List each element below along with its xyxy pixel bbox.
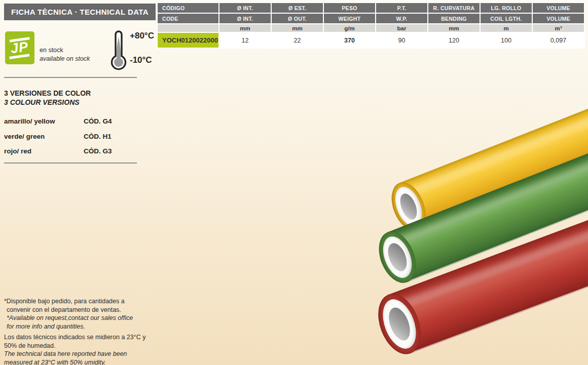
header-diam-int-en: Ø INT. [219, 14, 271, 23]
header-codigo: CÓDIGO [158, 3, 218, 13]
stock-text-en: available on stock [40, 55, 90, 63]
value-weight: 370 [324, 33, 375, 48]
colour-version-green: verde/ green CÓD. H1 [4, 133, 137, 140]
footnote-availability-en-line2: for more info and quantities. [4, 322, 161, 331]
header-curvatura: R. CURVATURA [428, 3, 480, 13]
header-volume-en: VOLUME [533, 14, 584, 23]
value-working-pressure: 90 [376, 33, 427, 48]
footnote-measurement-es-line1: Los datos técnicos indicados se midieron… [4, 333, 161, 342]
colour-code-red: CÓD. G3 [84, 147, 112, 155]
unit-bar: bar [376, 24, 427, 32]
header-bending: BENDING [428, 14, 480, 23]
colour-versions-title-en: 3 COLOUR VERSIONS [4, 98, 91, 107]
colour-version-red: rojo/ red CÓD. G3 [4, 147, 137, 155]
header-coil-lgth: COIL LGTH. [481, 14, 532, 23]
unit-mm-bending: mm [428, 24, 480, 32]
unit-gm: g/m [324, 24, 375, 32]
header-diam-out: Ø OUT. [272, 14, 323, 23]
header-diam-est: Ø EST. [272, 3, 323, 13]
value-out-diameter: 22 [272, 33, 323, 48]
colour-code-yellow: CÓD. G4 [84, 117, 112, 125]
jp-logo-text: JP [10, 40, 29, 55]
footnote-availability-es-line2: convenir con el departamento de ventas. [4, 306, 161, 314]
temperature-min-label: -10°C [130, 55, 152, 65]
hose-yellow-bore [397, 191, 420, 222]
jp-logo-inner: JP [10, 37, 30, 58]
spec-table: CÓDIGO Ø INT. Ø EST. PESO P.T. R. CURVAT… [157, 2, 585, 49]
table-units-row: mm mm g/m bar mm m m³ [158, 24, 584, 32]
thermometer-icon [107, 29, 130, 71]
header-pt: P.T. [376, 3, 427, 13]
table-header-row-en: CODE Ø INT. Ø OUT. WEIGHT W.P. BENDING C… [158, 14, 584, 23]
value-int-diameter: 12 [219, 33, 271, 48]
header-weight: WEIGHT [324, 14, 375, 23]
header-peso: PESO [324, 3, 375, 13]
colour-versions-title-es: 3 VERSIONES DE COLOR [4, 89, 91, 98]
stock-text-es: en stock [40, 46, 90, 55]
product-code: YOCH0120022000 [158, 33, 218, 48]
technical-data-sheet: FICHA TÈCNICA · TECHNICAL DATA CÓDIGO Ø … [0, 0, 588, 365]
unit-mm-out: mm [272, 24, 323, 32]
footnote-measurement-en-line2: measured at 23°C with 50% umidity. [4, 358, 161, 365]
value-coil-length: 100 [481, 33, 532, 48]
hose-green-bore [385, 241, 410, 274]
colour-name-green: verde/ green [4, 133, 45, 140]
footnote-availability-en-line1: *Available on request,contact our sales … [4, 314, 161, 322]
colour-version-yellow: amarillo/ yellow CÓD. G4 [4, 117, 137, 125]
colour-code-green: CÓD. H1 [84, 133, 112, 140]
value-bending-radius: 120 [428, 33, 480, 48]
header-diam-int-es: Ø INT. [219, 3, 271, 13]
footnote-availability-es-line1: *Disponible bajo pedido, para cantidades… [4, 297, 161, 306]
footnote-measurement-es-line2: 50% de humedad. [4, 342, 161, 350]
divider-top [4, 77, 137, 78]
header-code: CODE [158, 14, 218, 23]
divider-bottom [4, 163, 137, 164]
jp-logo: JP [5, 31, 34, 64]
unit-m: m [481, 24, 532, 32]
unit-m3: m³ [533, 24, 584, 32]
header-rollo: LG. ROLLO [481, 3, 532, 13]
hose-red-bore [385, 305, 414, 343]
value-volume: 0,097 [533, 33, 584, 48]
colour-name-red: rojo/ red [4, 147, 31, 155]
temperature-max-label: +80°C [130, 31, 154, 41]
colour-name-yellow: amarillo/ yellow [4, 117, 55, 125]
unit-mm-int: mm [219, 24, 271, 32]
colour-versions-title: 3 VERSIONES DE COLOR 3 COLOUR VERSIONS [4, 89, 91, 107]
table-header-row-es: CÓDIGO Ø INT. Ø EST. PESO P.T. R. CURVAT… [158, 3, 584, 13]
unit-empty [158, 24, 218, 32]
table-data-row: YOCH0120022000 12 22 370 90 120 100 0,09… [158, 33, 584, 48]
footnote-measurement-en-line1: The technical data here reported have be… [4, 350, 161, 358]
stock-availability: en stock available on stock [40, 46, 90, 63]
header-volume-es: VOLUME [533, 3, 584, 13]
page-title: FICHA TÈCNICA · TECHNICAL DATA [4, 4, 156, 20]
header-wp: W.P. [376, 14, 427, 23]
footnotes: *Disponible bajo pedido, para cantidades… [4, 297, 161, 365]
